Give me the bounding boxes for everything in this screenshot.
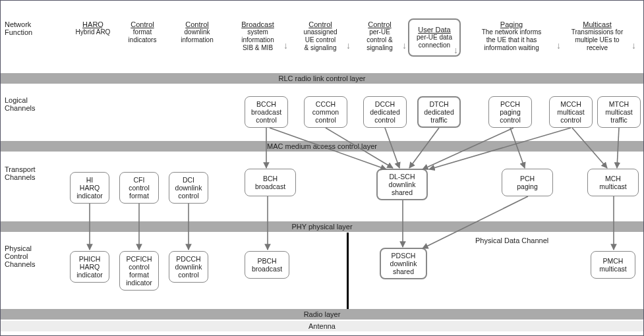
nf-ctrlfmt-desc: formatindicators (119, 28, 165, 44)
nf-user-data: User Data per-UE dataconnection ↓ (408, 18, 461, 57)
row-label-transport-channels: TransportChannels (5, 165, 64, 181)
diagram-frame: NetworkFunction LogicalChannels Transpor… (0, 0, 644, 336)
row-label-network-function: NetworkFunction (5, 20, 64, 36)
box-dcch: DCCHdedicatedcontrol (363, 96, 407, 128)
nf-control-format: Control formatindicators (119, 20, 165, 44)
nf-paging: Paging The network informsthe UE that it… (469, 20, 554, 52)
nf-paging-title: Paging (469, 20, 554, 28)
box-hi: HIHARQindicator (70, 172, 109, 204)
box-cfi: CFIcontrolformat (119, 172, 159, 204)
arrow-down-icon: ↓ (454, 46, 458, 54)
box-dtch: DTCHdedicatedtraffic (417, 96, 461, 128)
arrow-down-icon: ↓ (631, 40, 636, 51)
box-phich: PHICHHARQindicator (70, 251, 109, 283)
box-mtch: MTCHmulticasttraffic (597, 96, 641, 128)
nf-bcast-desc: systeminformationSIB & MIB (231, 28, 284, 52)
box-pbch: PBCHbroadcast (245, 251, 289, 279)
bar-rlc: RLC radio link control layer (1, 73, 643, 84)
box-bcch: BCCHbroadcastcontrol (245, 96, 288, 128)
nf-harq: HARQ Hybrid ARQ (70, 20, 116, 36)
row-label-logical-channels: LogicalChannels (5, 96, 64, 112)
nf-ctrlperue-title: Control (357, 20, 403, 28)
row-label-physical-channels: PhysicalControlChannels (5, 244, 64, 268)
nf-userdata-title: User Data (417, 26, 452, 34)
nf-ctrlperue-desc: per-UEcontrol &signaling (357, 28, 403, 52)
phy-divider (347, 233, 349, 309)
arrow-down-icon: ↓ (346, 40, 351, 51)
bar-antenna: Antenna (1, 321, 643, 331)
box-pcch: PCCHpagingcontrol (488, 96, 532, 128)
bar-phy: PHY physical layer (1, 221, 643, 232)
box-bch: BCHbroadcast (245, 169, 296, 196)
box-pcfich: PCFICHcontrolformatindicator (119, 251, 159, 291)
box-pdsch: PDSCHdownlinkshared (380, 248, 427, 279)
arrow-down-icon: ↓ (283, 40, 288, 51)
box-pmch: PMCHmulticast (591, 251, 635, 279)
nf-mcast-title: Multicast (561, 20, 633, 28)
nf-ctrlun-desc: unassignedUE control& signaling (294, 28, 347, 52)
nf-paging-desc: The network informsthe UE that it hasinf… (469, 28, 554, 52)
arrow-down-icon: ↓ (556, 40, 561, 51)
nf-ctrldl-title: Control (171, 20, 223, 28)
nf-bcast-title: Broadcast (231, 20, 284, 28)
nf-broadcast: Broadcast systeminformationSIB & MIB ↓ (231, 20, 284, 52)
physical-data-channel-label: Physical Data Channel (475, 237, 548, 244)
box-dlsch: DL-SCHdownlinkshared (376, 169, 428, 200)
nf-multicast: Multicast Transmissions formultiple UEs … (561, 20, 633, 52)
nf-mcast-desc: Transmissions formultiple UEs toreceive (561, 28, 633, 52)
nf-userdata-desc: per-UE dataconnection (417, 34, 452, 49)
nf-harq-title: HARQ (70, 20, 116, 28)
box-ccch: CCCHcommoncontrol (304, 96, 347, 128)
box-pch: PCHpaging (502, 169, 553, 196)
nf-control-unassigned: Control unassignedUE control& signaling … (294, 20, 347, 52)
nf-ctrldl-desc: downlinkinformation (171, 28, 223, 44)
box-mcch: MCCHmulticastcontrol (549, 96, 593, 128)
nf-harq-desc: Hybrid ARQ (70, 28, 116, 36)
box-pdcch: PDCCHdownlinkcontrol (169, 251, 208, 283)
nf-control-perue: Control per-UEcontrol &signaling ↓ (357, 20, 403, 52)
nf-control-downlink: Control downlinkinformation (171, 20, 223, 44)
nf-ctrlun-title: Control (294, 20, 347, 28)
nf-ctrlfmt-title: Control (119, 20, 165, 28)
arrow-down-icon: ↓ (402, 40, 407, 51)
box-mch: MCHmulticast (587, 169, 639, 196)
bar-mac: MAC medium access control layer (1, 141, 643, 152)
bar-radio: Radio layer (1, 309, 643, 320)
box-dci: DCIdownlinkcontrol (169, 172, 208, 204)
